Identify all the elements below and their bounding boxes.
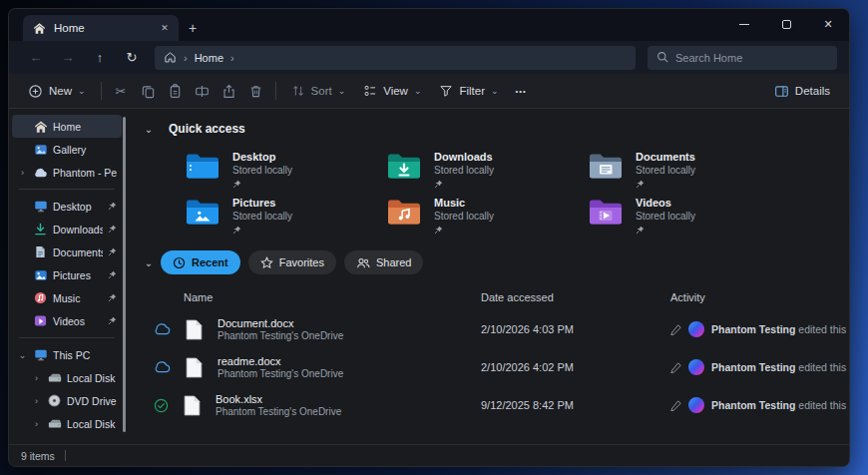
command-toolbar: New ⌄ ✂ Sort ⌄	[9, 74, 849, 109]
filter-button[interactable]: Filter ⌄	[430, 77, 507, 105]
table-row[interactable]: Document.docx Phantom Testing's OneDrive…	[137, 310, 849, 348]
tile-name: Desktop	[232, 151, 292, 164]
breadcrumb-home-icon[interactable]	[164, 51, 177, 64]
tile-name: Documents	[636, 151, 695, 164]
pill-recent[interactable]: Recent	[161, 250, 240, 274]
tile-name: Downloads	[434, 151, 494, 164]
sidebar-item-local-disk-e[interactable]: › Local Disk (E:)	[26, 412, 122, 435]
sidebar-item-label: Gallery	[53, 144, 117, 156]
chevron-down-icon[interactable]: ⌄	[17, 350, 28, 360]
chevron-right-icon[interactable]: ›	[31, 419, 42, 429]
quick-access-title: Quick access	[169, 122, 245, 136]
sidebar-item-local-disk-c[interactable]: › Local Disk (C:)	[26, 366, 122, 389]
people-icon	[356, 256, 370, 269]
sidebar-item-label: DVD Drive (D:)	[67, 395, 117, 407]
scissors-icon: ✂	[116, 84, 127, 99]
pin-icon	[108, 202, 117, 211]
refresh-button[interactable]: ↻	[117, 45, 147, 71]
breadcrumb-chevron-icon[interactable]: ›	[230, 52, 234, 64]
sidebar-item-pictures[interactable]: Pictures	[12, 263, 122, 286]
quick-access-tile-downloads[interactable]: Downloads Stored locally	[382, 147, 584, 192]
navigation-bar: ← → ↑ ↻ › Home ›	[9, 41, 849, 74]
sidebar-item-videos[interactable]: Videos	[12, 309, 122, 332]
sidebar-item-documents[interactable]: Documents	[12, 240, 122, 263]
document-file-icon	[186, 357, 203, 378]
toolbar-divider	[101, 82, 102, 100]
sidebar-item-this-pc[interactable]: ⌄ This PC	[12, 343, 122, 366]
quick-access-tile-documents[interactable]: Documents Stored locally	[584, 147, 785, 192]
sidebar-item-downloads[interactable]: Downloads	[12, 218, 122, 240]
address-bar[interactable]: › Home ›	[155, 46, 636, 70]
view-button[interactable]: View ⌄	[354, 77, 430, 105]
search-box[interactable]	[648, 46, 837, 70]
sidebar-scrollbar[interactable]	[123, 117, 126, 432]
documents-icon	[33, 244, 48, 259]
breadcrumb-item-home[interactable]: Home	[195, 52, 223, 64]
date-accessed: 9/12/2025 8:42 PM	[481, 399, 670, 411]
sidebar-item-music[interactable]: Music	[12, 286, 122, 309]
tab-home[interactable]: Home ✕	[23, 15, 179, 41]
pill-label: Shared	[376, 256, 411, 268]
maximize-button[interactable]	[765, 9, 807, 39]
pin-icon	[232, 226, 292, 235]
column-header-name[interactable]: Name	[137, 291, 481, 303]
pin-icon	[434, 180, 494, 189]
sidebar-item-desktop[interactable]: Desktop	[12, 195, 122, 218]
pencil-icon	[670, 362, 681, 373]
tab-close-icon[interactable]: ✕	[157, 20, 173, 36]
collapse-chevron-icon[interactable]: ⌄	[137, 124, 161, 135]
onedrive-cloud-icon	[33, 165, 48, 180]
quick-access-tile-videos[interactable]: Videos Stored locally	[584, 193, 785, 238]
pill-favorites[interactable]: Favorites	[248, 250, 336, 274]
chevron-right-icon[interactable]: ›	[31, 373, 42, 383]
sidebar-item-label: Documents	[53, 246, 103, 258]
quick-access-tile-pictures[interactable]: Pictures Stored locally	[181, 193, 382, 238]
delete-button[interactable]	[242, 77, 269, 105]
tile-name: Videos	[636, 197, 695, 210]
details-button[interactable]: Details	[765, 77, 839, 105]
copy-button[interactable]	[135, 77, 162, 105]
up-button[interactable]: ↑	[85, 45, 115, 71]
search-input[interactable]	[675, 52, 828, 64]
sort-button[interactable]: Sort ⌄	[282, 77, 355, 105]
folder-pictures-icon	[185, 197, 220, 234]
table-row[interactable]: readme.docx Phantom Testing's OneDrive 2…	[137, 348, 849, 386]
forward-button[interactable]: →	[53, 45, 83, 71]
new-tab-button[interactable]: +	[179, 15, 207, 41]
minimize-icon	[739, 24, 749, 25]
pin-icon	[108, 293, 117, 302]
sidebar-item-label: This PC	[53, 349, 117, 361]
sidebar-item-label: Desktop	[53, 201, 103, 213]
rename-button[interactable]	[189, 77, 216, 105]
videos-icon	[33, 313, 48, 328]
star-icon	[260, 256, 273, 269]
avatar	[688, 321, 704, 337]
pictures-icon	[33, 267, 48, 282]
pencil-icon	[670, 324, 681, 335]
quick-access-tile-music[interactable]: Music Stored locally	[382, 193, 584, 238]
column-header-activity[interactable]: Activity	[670, 291, 849, 303]
paste-button[interactable]	[162, 77, 189, 105]
sidebar-item-onedrive[interactable]: › Phantom - Persc	[12, 161, 122, 184]
sidebar-item-label: Music	[53, 292, 103, 304]
close-button[interactable]: ✕	[807, 9, 849, 39]
music-icon	[33, 290, 48, 305]
share-button[interactable]	[216, 77, 242, 105]
column-header-date-accessed[interactable]: Date accessed	[481, 291, 670, 303]
new-button[interactable]: New ⌄	[19, 77, 95, 105]
sidebar-item-dvd-drive-d[interactable]: › DVD Drive (D:)	[26, 389, 122, 412]
collapse-chevron-icon[interactable]: ⌄	[137, 257, 161, 268]
sidebar-item-gallery[interactable]: Gallery	[12, 138, 122, 161]
tile-detail: Stored locally	[636, 211, 695, 223]
sidebar-item-home[interactable]: Home	[12, 115, 122, 138]
cut-button[interactable]: ✂	[108, 77, 135, 105]
more-options-button[interactable]: •••	[508, 77, 535, 105]
pill-shared[interactable]: Shared	[344, 250, 423, 274]
table-row[interactable]: Book.xlsx Phantom Testing's OneDrive 9/1…	[137, 386, 849, 424]
quick-access-tile-desktop[interactable]: Desktop Stored locally	[181, 147, 382, 192]
window-controls: ✕	[723, 9, 849, 39]
chevron-right-icon[interactable]: ›	[31, 396, 42, 406]
chevron-right-icon[interactable]: ›	[17, 168, 28, 178]
minimize-button[interactable]	[723, 9, 765, 39]
back-button[interactable]: ←	[21, 45, 51, 71]
